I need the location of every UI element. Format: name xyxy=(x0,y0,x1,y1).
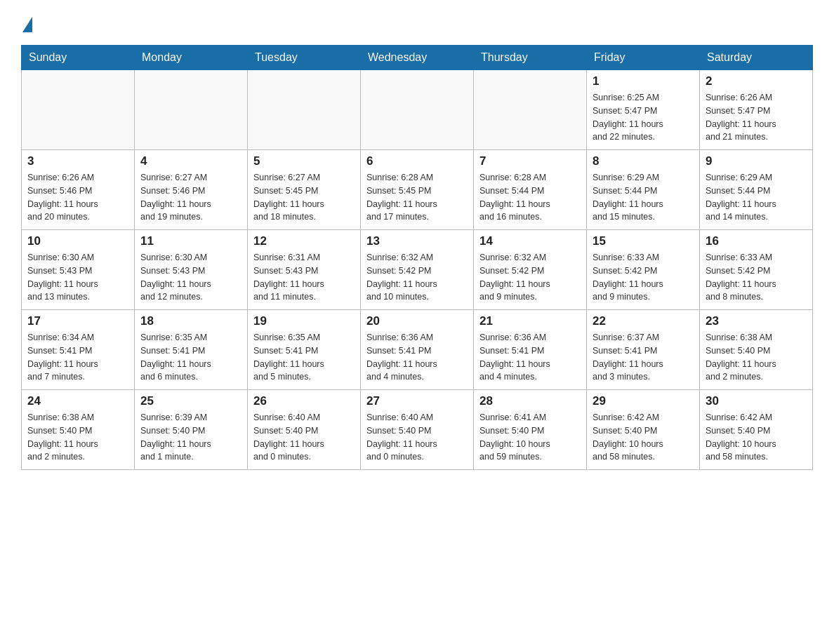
day-number: 27 xyxy=(366,394,468,408)
calendar-cell: 10Sunrise: 6:30 AMSunset: 5:43 PMDayligh… xyxy=(22,230,135,310)
day-info: Sunrise: 6:27 AMSunset: 5:45 PMDaylight:… xyxy=(253,171,355,224)
day-info: Sunrise: 6:42 AMSunset: 5:40 PMDaylight:… xyxy=(706,411,807,464)
column-header-saturday: Saturday xyxy=(700,46,813,70)
day-info: Sunrise: 6:37 AMSunset: 5:41 PMDaylight:… xyxy=(593,331,694,384)
calendar-cell xyxy=(361,70,474,150)
calendar-cell xyxy=(22,70,135,150)
day-info: Sunrise: 6:38 AMSunset: 5:40 PMDaylight:… xyxy=(27,411,128,464)
day-number: 11 xyxy=(140,234,241,248)
calendar-cell: 4Sunrise: 6:27 AMSunset: 5:46 PMDaylight… xyxy=(135,150,248,230)
day-info: Sunrise: 6:29 AMSunset: 5:44 PMDaylight:… xyxy=(706,171,807,224)
day-info: Sunrise: 6:25 AMSunset: 5:47 PMDaylight:… xyxy=(593,91,694,144)
calendar-cell: 23Sunrise: 6:38 AMSunset: 5:40 PMDayligh… xyxy=(700,310,813,390)
day-number: 3 xyxy=(27,154,128,168)
day-info: Sunrise: 6:28 AMSunset: 5:44 PMDaylight:… xyxy=(479,171,581,224)
day-info: Sunrise: 6:32 AMSunset: 5:42 PMDaylight:… xyxy=(479,251,581,304)
calendar-cell: 9Sunrise: 6:29 AMSunset: 5:44 PMDaylight… xyxy=(700,150,813,230)
day-info: Sunrise: 6:27 AMSunset: 5:46 PMDaylight:… xyxy=(140,171,241,224)
day-number: 26 xyxy=(253,394,355,408)
calendar-week-row: 1Sunrise: 6:25 AMSunset: 5:47 PMDaylight… xyxy=(22,70,813,150)
column-header-monday: Monday xyxy=(135,46,248,70)
day-number: 20 xyxy=(366,314,468,328)
calendar-cell: 20Sunrise: 6:36 AMSunset: 5:41 PMDayligh… xyxy=(361,310,474,390)
column-header-thursday: Thursday xyxy=(474,46,587,70)
calendar-cell: 25Sunrise: 6:39 AMSunset: 5:40 PMDayligh… xyxy=(135,390,248,470)
calendar-table: SundayMondayTuesdayWednesdayThursdayFrid… xyxy=(21,45,813,470)
day-number: 10 xyxy=(27,234,128,248)
day-info: Sunrise: 6:35 AMSunset: 5:41 PMDaylight:… xyxy=(140,331,241,384)
day-number: 5 xyxy=(253,154,355,168)
day-number: 2 xyxy=(706,74,807,88)
day-info: Sunrise: 6:42 AMSunset: 5:40 PMDaylight:… xyxy=(593,411,694,464)
calendar-cell: 21Sunrise: 6:36 AMSunset: 5:41 PMDayligh… xyxy=(474,310,587,390)
calendar-cell xyxy=(248,70,361,150)
column-header-friday: Friday xyxy=(587,46,700,70)
day-info: Sunrise: 6:40 AMSunset: 5:40 PMDaylight:… xyxy=(253,411,355,464)
calendar-cell: 19Sunrise: 6:35 AMSunset: 5:41 PMDayligh… xyxy=(248,310,361,390)
column-header-tuesday: Tuesday xyxy=(248,46,361,70)
day-info: Sunrise: 6:40 AMSunset: 5:40 PMDaylight:… xyxy=(366,411,468,464)
day-number: 29 xyxy=(593,394,694,408)
day-number: 22 xyxy=(593,314,694,328)
calendar-cell: 13Sunrise: 6:32 AMSunset: 5:42 PMDayligh… xyxy=(361,230,474,310)
day-number: 16 xyxy=(706,234,807,248)
day-info: Sunrise: 6:31 AMSunset: 5:43 PMDaylight:… xyxy=(253,251,355,304)
calendar-cell: 22Sunrise: 6:37 AMSunset: 5:41 PMDayligh… xyxy=(587,310,700,390)
calendar-cell: 7Sunrise: 6:28 AMSunset: 5:44 PMDaylight… xyxy=(474,150,587,230)
day-number: 17 xyxy=(27,314,128,328)
day-number: 24 xyxy=(27,394,128,408)
calendar-week-row: 10Sunrise: 6:30 AMSunset: 5:43 PMDayligh… xyxy=(22,230,813,310)
calendar-cell: 1Sunrise: 6:25 AMSunset: 5:47 PMDaylight… xyxy=(587,70,700,150)
day-info: Sunrise: 6:29 AMSunset: 5:44 PMDaylight:… xyxy=(593,171,694,224)
day-info: Sunrise: 6:30 AMSunset: 5:43 PMDaylight:… xyxy=(140,251,241,304)
day-info: Sunrise: 6:33 AMSunset: 5:42 PMDaylight:… xyxy=(706,251,807,304)
calendar-cell: 16Sunrise: 6:33 AMSunset: 5:42 PMDayligh… xyxy=(700,230,813,310)
day-number: 12 xyxy=(253,234,355,248)
day-number: 25 xyxy=(140,394,241,408)
calendar-cell: 11Sunrise: 6:30 AMSunset: 5:43 PMDayligh… xyxy=(135,230,248,310)
calendar-cell: 5Sunrise: 6:27 AMSunset: 5:45 PMDaylight… xyxy=(248,150,361,230)
calendar-cell: 28Sunrise: 6:41 AMSunset: 5:40 PMDayligh… xyxy=(474,390,587,470)
calendar-cell: 2Sunrise: 6:26 AMSunset: 5:47 PMDaylight… xyxy=(700,70,813,150)
day-number: 1 xyxy=(593,74,694,88)
day-number: 6 xyxy=(366,154,468,168)
column-header-wednesday: Wednesday xyxy=(361,46,474,70)
calendar-cell: 26Sunrise: 6:40 AMSunset: 5:40 PMDayligh… xyxy=(248,390,361,470)
calendar-cell: 6Sunrise: 6:28 AMSunset: 5:45 PMDaylight… xyxy=(361,150,474,230)
day-info: Sunrise: 6:41 AMSunset: 5:40 PMDaylight:… xyxy=(479,411,581,464)
day-info: Sunrise: 6:26 AMSunset: 5:46 PMDaylight:… xyxy=(27,171,128,224)
column-header-sunday: Sunday xyxy=(22,46,135,70)
day-number: 13 xyxy=(366,234,468,248)
calendar-cell: 17Sunrise: 6:34 AMSunset: 5:41 PMDayligh… xyxy=(22,310,135,390)
calendar-cell: 29Sunrise: 6:42 AMSunset: 5:40 PMDayligh… xyxy=(587,390,700,470)
calendar-cell: 30Sunrise: 6:42 AMSunset: 5:40 PMDayligh… xyxy=(700,390,813,470)
calendar-cell xyxy=(474,70,587,150)
calendar-week-row: 24Sunrise: 6:38 AMSunset: 5:40 PMDayligh… xyxy=(22,390,813,470)
calendar-cell: 18Sunrise: 6:35 AMSunset: 5:41 PMDayligh… xyxy=(135,310,248,390)
calendar-week-row: 17Sunrise: 6:34 AMSunset: 5:41 PMDayligh… xyxy=(22,310,813,390)
day-info: Sunrise: 6:36 AMSunset: 5:41 PMDaylight:… xyxy=(366,331,468,384)
day-info: Sunrise: 6:34 AMSunset: 5:41 PMDaylight:… xyxy=(27,331,128,384)
day-number: 19 xyxy=(253,314,355,328)
calendar-cell: 15Sunrise: 6:33 AMSunset: 5:42 PMDayligh… xyxy=(587,230,700,310)
logo-triangle-icon xyxy=(22,17,32,32)
day-number: 15 xyxy=(593,234,694,248)
day-info: Sunrise: 6:28 AMSunset: 5:45 PMDaylight:… xyxy=(366,171,468,224)
day-info: Sunrise: 6:26 AMSunset: 5:47 PMDaylight:… xyxy=(706,91,807,144)
calendar-cell xyxy=(135,70,248,150)
day-number: 30 xyxy=(706,394,807,408)
day-info: Sunrise: 6:30 AMSunset: 5:43 PMDaylight:… xyxy=(27,251,128,304)
page-header xyxy=(21,14,813,32)
day-number: 28 xyxy=(479,394,581,408)
day-info: Sunrise: 6:38 AMSunset: 5:40 PMDaylight:… xyxy=(706,331,807,384)
calendar-cell: 8Sunrise: 6:29 AMSunset: 5:44 PMDaylight… xyxy=(587,150,700,230)
day-number: 9 xyxy=(706,154,807,168)
calendar-header-row: SundayMondayTuesdayWednesdayThursdayFrid… xyxy=(22,46,813,70)
day-info: Sunrise: 6:36 AMSunset: 5:41 PMDaylight:… xyxy=(479,331,581,384)
logo xyxy=(21,14,32,32)
calendar-cell: 3Sunrise: 6:26 AMSunset: 5:46 PMDaylight… xyxy=(22,150,135,230)
calendar-cell: 14Sunrise: 6:32 AMSunset: 5:42 PMDayligh… xyxy=(474,230,587,310)
day-info: Sunrise: 6:39 AMSunset: 5:40 PMDaylight:… xyxy=(140,411,241,464)
day-info: Sunrise: 6:33 AMSunset: 5:42 PMDaylight:… xyxy=(593,251,694,304)
day-info: Sunrise: 6:35 AMSunset: 5:41 PMDaylight:… xyxy=(253,331,355,384)
